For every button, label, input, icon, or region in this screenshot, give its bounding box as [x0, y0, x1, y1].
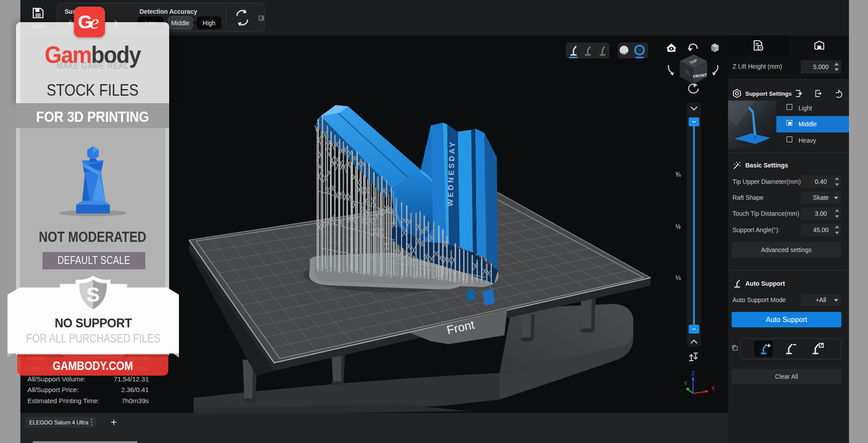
svg-text:½: ½	[675, 223, 681, 230]
svg-text:Detection Accuracy: Detection Accuracy	[140, 8, 197, 15]
svg-text:¼: ¼	[675, 274, 681, 281]
svg-text:High: High	[203, 19, 216, 27]
svg-text:Middle: Middle	[171, 19, 189, 27]
svg-text:¾: ¾	[675, 171, 681, 178]
svg-text:X: X	[711, 385, 715, 392]
svg-text:Y: Y	[684, 381, 687, 387]
svg-text:Z: Z	[691, 370, 694, 377]
svg-text:All/Support Price:: All/Support Price:	[27, 386, 79, 393]
svg-text:Estimated Printing Time:: Estimated Printing Time:	[27, 397, 100, 404]
svg-text:ELEGOO Saturn 4 Ultra: ELEGOO Saturn 4 Ultra	[29, 420, 88, 426]
svg-text:2.36/0.41: 2.36/0.41	[121, 386, 149, 393]
svg-text:71.54/12.31: 71.54/12.31	[114, 375, 149, 383]
svg-text:All/Support Volume:: All/Support Volume:	[27, 375, 86, 383]
svg-text:S: S	[86, 283, 100, 306]
svg-text:7h0m39s: 7h0m39s	[121, 397, 149, 404]
